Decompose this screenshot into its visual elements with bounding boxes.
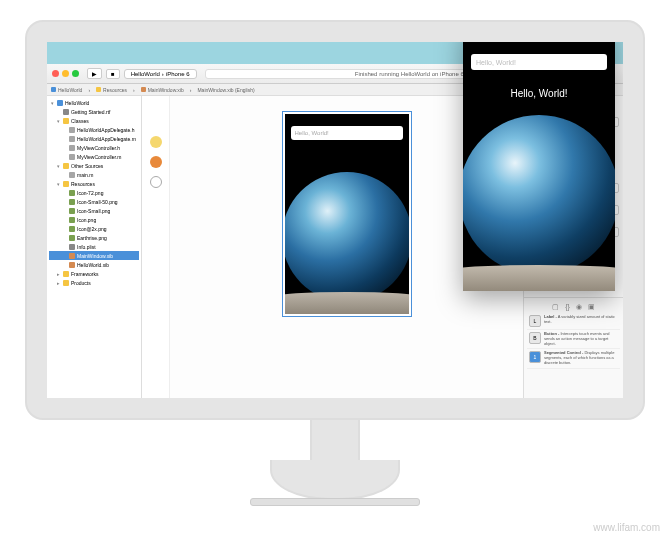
xib-icon [141, 87, 146, 92]
jump-segment[interactable]: HelloWorld [51, 87, 82, 93]
chevron-right-icon: › [88, 87, 90, 93]
nav-item-h[interactable]: HelloWorldAppDelegate.h [49, 125, 139, 134]
maximize-icon[interactable] [72, 70, 79, 77]
jump-segment[interactable]: Resources [96, 87, 127, 93]
imac-display: ▶ ■ HelloWorld › iPhone 6 Finished runni… [47, 42, 623, 398]
library-item[interactable]: LLabel - A variably sized amount of stat… [527, 313, 620, 330]
imac-stand [290, 420, 380, 490]
file-icon [69, 244, 75, 250]
file-icon [63, 280, 69, 286]
nav-item-png[interactable]: Icon-72.png [49, 188, 139, 197]
library-item-icon: L [529, 315, 541, 327]
nav-item-png[interactable]: Icon-Small-50.png [49, 197, 139, 206]
view-object-icon[interactable] [150, 176, 162, 188]
nav-item-m[interactable]: main.m [49, 170, 139, 179]
file-icon [63, 181, 69, 187]
nav-item-png[interactable]: Icon.png [49, 215, 139, 224]
nav-item-png[interactable]: Icon@2x.png [49, 224, 139, 233]
nav-item-m[interactable]: MyViewController.m [49, 152, 139, 161]
ib-background-image [285, 170, 409, 314]
file-icon [69, 262, 75, 268]
nav-item-xib[interactable]: MainWindow.xib [49, 251, 139, 260]
document-outline-rail[interactable] [142, 96, 170, 398]
object-icon[interactable]: ◉ [576, 303, 582, 311]
moon-surface-icon [463, 265, 615, 291]
file-icon [63, 118, 69, 124]
library-item[interactable]: BButton - Intercepts touch events and se… [527, 330, 620, 349]
watermark: www.lifam.com [593, 522, 660, 533]
file-icon [69, 154, 75, 160]
file-icon [69, 217, 75, 223]
window-traffic-lights [52, 70, 79, 77]
chevron-right-icon: › [133, 87, 135, 93]
ib-textfield[interactable]: Hello, World! [291, 126, 403, 140]
file-icon [63, 163, 69, 169]
file-template-icon[interactable]: ▢ [552, 303, 559, 311]
earth-icon [463, 115, 615, 275]
moon-surface-icon [285, 292, 409, 314]
file-icon [69, 190, 75, 196]
jump-segment[interactable]: MainWindow.xib (English) [197, 87, 254, 93]
imac-screen-bezel: ▶ ■ HelloWorld › iPhone 6 Finished runni… [25, 20, 645, 420]
nav-item-folder[interactable]: ▾Classes [49, 116, 139, 125]
file-icon [63, 109, 69, 115]
chevron-right-icon: › [190, 87, 192, 93]
file-icon [69, 226, 75, 232]
media-icon[interactable]: ▣ [588, 303, 595, 311]
project-icon [51, 87, 56, 92]
nav-item-m[interactable]: HelloWorldAppDelegate.m [49, 134, 139, 143]
file-icon [69, 127, 75, 133]
library-item-icon: 1 [529, 351, 541, 363]
file-icon [69, 235, 75, 241]
earth-icon [285, 172, 409, 302]
ib-device-frame[interactable]: Hello, World! [282, 111, 412, 317]
first-responder-icon[interactable] [150, 156, 162, 168]
nav-item-h[interactable]: MyViewController.h [49, 143, 139, 152]
sim-hello-label: Hello, World! [463, 88, 615, 99]
ios-simulator-window: iOS Simulator - iPhone 6 - iPhone 6 / iO… [463, 42, 615, 291]
nav-item-png[interactable]: Earthrise.png [49, 233, 139, 242]
nav-item-xib[interactable]: HelloWorld.xib [49, 260, 139, 269]
imac-mockup: ▶ ■ HelloWorld › iPhone 6 Finished runni… [25, 20, 645, 530]
file-icon [69, 199, 75, 205]
object-library[interactable]: ▢ {} ◉ ▣ LLabel - A variably sized amoun… [524, 298, 623, 398]
nav-item-folder[interactable]: ▾Resources [49, 179, 139, 188]
nav-item-file[interactable]: Getting Started.rtf [49, 107, 139, 116]
files-owner-icon[interactable] [150, 136, 162, 148]
stop-button[interactable]: ■ [106, 69, 120, 79]
file-icon [69, 145, 75, 151]
library-item[interactable]: 1Segmented Control - Displays multiple s… [527, 349, 620, 368]
sim-background-image [463, 107, 615, 291]
scheme-selector[interactable]: HelloWorld › iPhone 6 [124, 69, 197, 79]
project-icon [57, 100, 63, 106]
project-navigator[interactable]: ▾HelloWorld Getting Started.rtf▾ClassesH… [47, 96, 142, 398]
sim-textfield[interactable]: Hello, World! [471, 54, 607, 70]
minimize-icon[interactable] [62, 70, 69, 77]
ib-view[interactable]: Hello, World! [285, 114, 409, 314]
file-icon [69, 253, 75, 259]
file-icon [63, 271, 69, 277]
simulator-screen[interactable]: Hello, World! Hello, World! [463, 42, 615, 291]
nav-item-plist[interactable]: Info.plist [49, 242, 139, 251]
run-button[interactable]: ▶ [87, 68, 102, 79]
scheme-device-label: iPhone 6 [166, 71, 190, 77]
close-icon[interactable] [52, 70, 59, 77]
library-tabs[interactable]: ▢ {} ◉ ▣ [527, 301, 620, 313]
nav-item-png[interactable]: Icon-Small.png [49, 206, 139, 215]
scheme-app-label: HelloWorld [131, 71, 160, 77]
file-icon [69, 136, 75, 142]
file-icon [69, 208, 75, 214]
chevron-right-icon: › [162, 71, 164, 77]
nav-item-folder[interactable]: ▾Other Sources [49, 161, 139, 170]
folder-icon [96, 87, 101, 92]
nav-project[interactable]: ▾HelloWorld [49, 98, 139, 107]
nav-item-folder[interactable]: ▸Products [49, 278, 139, 287]
file-icon [69, 172, 75, 178]
jump-segment[interactable]: MainWindow.xib [141, 87, 184, 93]
code-snippet-icon[interactable]: {} [565, 303, 570, 311]
library-item-icon: B [529, 332, 541, 344]
nav-item-folder[interactable]: ▸Frameworks [49, 269, 139, 278]
